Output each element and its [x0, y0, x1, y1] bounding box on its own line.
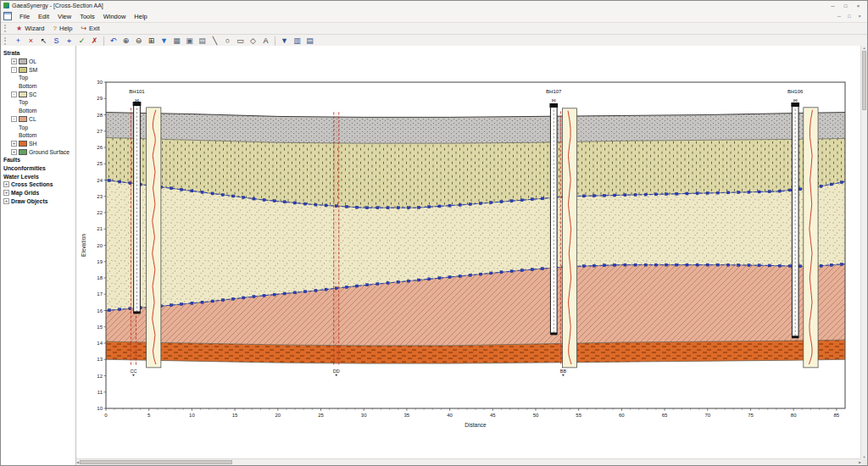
scroll-up-icon[interactable]: ▲: [863, 46, 866, 50]
tree-item-cross-sections[interactable]: +Cross Sections: [1, 180, 75, 189]
water-level-marker[interactable]: [232, 297, 235, 300]
water-level-marker[interactable]: [686, 192, 688, 195]
water-level-marker[interactable]: [459, 203, 461, 206]
water-level-marker[interactable]: [634, 264, 637, 266]
water-level-marker[interactable]: [531, 269, 533, 271]
menu-window[interactable]: Window: [99, 11, 131, 22]
water-level-marker[interactable]: [582, 195, 585, 197]
water-level-marker[interactable]: [345, 286, 348, 288]
tree-item-bottom[interactable]: Bottom: [1, 82, 75, 91]
water-level-marker[interactable]: [181, 188, 183, 191]
water-level-marker[interactable]: [778, 264, 781, 267]
water-level-marker[interactable]: [830, 183, 832, 186]
water-level-marker[interactable]: [644, 264, 647, 266]
water-level-marker[interactable]: [614, 264, 616, 266]
water-level-marker[interactable]: [706, 264, 709, 266]
tree-item-sc[interactable]: -SC: [1, 90, 75, 98]
scroll-left-icon[interactable]: ◀: [76, 460, 79, 464]
tree-item-map-grids[interactable]: +Map Grids: [1, 189, 75, 197]
water-level-marker[interactable]: [789, 189, 792, 191]
water-level-marker[interactable]: [799, 188, 802, 191]
water-level-marker[interactable]: [676, 192, 678, 195]
water-level-marker[interactable]: [418, 206, 420, 208]
water-level-marker[interactable]: [696, 264, 698, 266]
water-level-marker[interactable]: [191, 302, 193, 304]
water-level-marker[interactable]: [768, 264, 771, 267]
water-level-marker[interactable]: [428, 206, 431, 208]
water-level-marker[interactable]: [221, 193, 224, 196]
water-level-marker[interactable]: [304, 291, 307, 293]
water-level-marker[interactable]: [696, 192, 698, 195]
water-level-marker[interactable]: [624, 264, 626, 266]
water-level-marker[interactable]: [490, 272, 492, 275]
water-level-marker[interactable]: [263, 198, 265, 201]
water-level-marker[interactable]: [448, 204, 451, 207]
tree-item-sm[interactable]: -SM: [1, 65, 75, 74]
collapse-icon[interactable]: -: [11, 92, 17, 97]
menu-file[interactable]: File: [15, 11, 34, 22]
water-level-marker[interactable]: [582, 265, 585, 268]
water-level-marker[interactable]: [273, 293, 275, 296]
expand-icon[interactable]: +: [3, 190, 9, 196]
tree-item-cl[interactable]: -CL: [1, 115, 75, 124]
help-button[interactable]: ?Help: [49, 24, 77, 33]
vertical-scrollbar[interactable]: ▲▼: [860, 46, 867, 459]
water-level-marker[interactable]: [345, 205, 348, 208]
water-level-marker[interactable]: [644, 193, 647, 196]
water-level-marker[interactable]: [448, 276, 451, 279]
water-level-marker[interactable]: [686, 264, 688, 266]
water-level-marker[interactable]: [676, 264, 678, 266]
water-level-marker[interactable]: [542, 197, 544, 200]
water-level-marker[interactable]: [283, 292, 286, 295]
water-level-marker[interactable]: [366, 284, 369, 286]
expand-icon[interactable]: +: [11, 141, 17, 147]
water-level-marker[interactable]: [758, 264, 760, 267]
water-level-marker[interactable]: [407, 280, 409, 282]
water-level-marker[interactable]: [397, 280, 399, 283]
water-level-marker[interactable]: [283, 201, 286, 203]
water-level-marker[interactable]: [469, 274, 471, 276]
water-level-marker[interactable]: [727, 264, 730, 266]
water-level-marker[interactable]: [253, 296, 255, 298]
water-level-marker[interactable]: [221, 299, 224, 302]
water-level-marker[interactable]: [428, 278, 431, 280]
section-line-DD[interactable]: DD: [333, 112, 340, 376]
water-level-marker[interactable]: [314, 289, 317, 291]
water-level-marker[interactable]: [181, 302, 183, 305]
close-button[interactable]: ×: [852, 2, 865, 9]
water-level-marker[interactable]: [604, 194, 606, 197]
water-level-marker[interactable]: [356, 206, 359, 208]
tree-item-top[interactable]: Top: [1, 74, 75, 82]
water-level-marker[interactable]: [304, 202, 307, 205]
water-level-marker[interactable]: [119, 308, 121, 311]
water-level-marker[interactable]: [542, 268, 544, 270]
water-level-marker[interactable]: [387, 207, 389, 209]
water-level-marker[interactable]: [593, 195, 595, 197]
water-level-marker[interactable]: [624, 194, 626, 197]
water-level-marker[interactable]: [170, 187, 173, 190]
water-level-marker[interactable]: [211, 192, 214, 195]
water-level-marker[interactable]: [820, 185, 822, 187]
child-maximize-button[interactable]: □: [844, 13, 854, 20]
water-level-marker[interactable]: [314, 203, 317, 206]
water-level-marker[interactable]: [119, 180, 121, 183]
water-level-marker[interactable]: [778, 190, 781, 192]
water-level-marker[interactable]: [789, 264, 792, 267]
water-level-marker[interactable]: [356, 285, 359, 287]
water-level-marker[interactable]: [799, 265, 802, 268]
water-level-marker[interactable]: [376, 207, 379, 209]
water-level-marker[interactable]: [325, 288, 327, 291]
water-level-marker[interactable]: [108, 309, 111, 312]
water-level-marker[interactable]: [418, 279, 420, 281]
expand-icon[interactable]: +: [3, 198, 9, 204]
water-level-marker[interactable]: [665, 193, 668, 196]
water-level-marker[interactable]: [531, 198, 533, 201]
water-level-marker[interactable]: [480, 202, 482, 205]
water-level-marker[interactable]: [614, 194, 616, 197]
water-level-marker[interactable]: [500, 201, 503, 203]
water-level-marker[interactable]: [665, 264, 668, 266]
tree-item-ol[interactable]: +OL: [1, 58, 75, 66]
water-level-marker[interactable]: [273, 200, 275, 202]
water-level-marker[interactable]: [748, 191, 750, 193]
water-level-marker[interactable]: [716, 191, 719, 194]
